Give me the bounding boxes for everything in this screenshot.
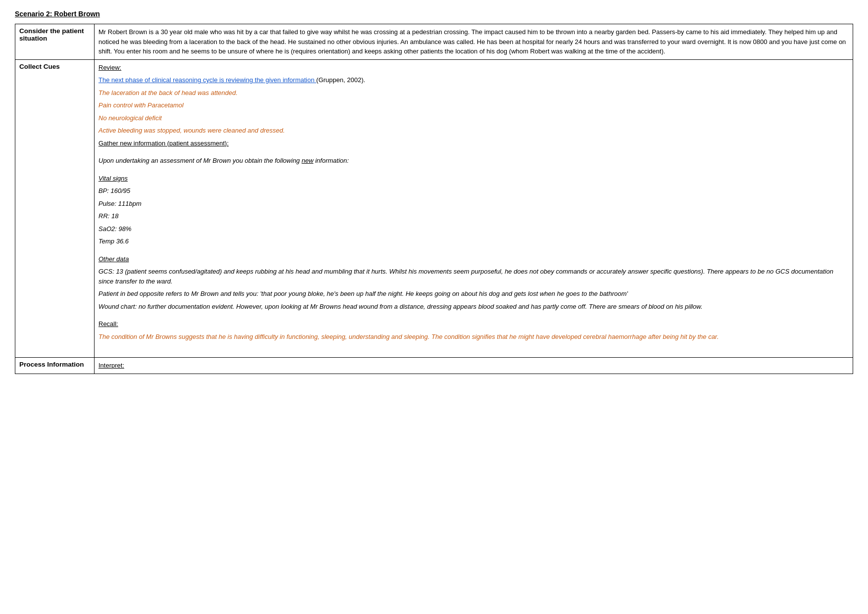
vital-signs-label: Vital signs xyxy=(98,175,128,182)
label-collect-cues: Collect Cues xyxy=(15,59,95,358)
content-process: Interpret: xyxy=(95,358,853,374)
review-item-1: The laceration at the back of head was a… xyxy=(98,88,849,98)
review-heading: Review: xyxy=(98,63,849,73)
vital-rr: RR: 18 xyxy=(98,211,849,221)
recall-label: Recall: xyxy=(98,320,118,328)
review-label: Review: xyxy=(98,64,121,71)
collect-cues-label: Collect Cues xyxy=(19,63,60,70)
review-item-3: No neurological deficit xyxy=(98,113,849,123)
gather-label: Gather new information (patient assessme… xyxy=(98,140,229,147)
table-row-consider: Consider the patient situation Mr Robert… xyxy=(15,24,853,60)
review-link-suffix: (Gruppen, 2002). xyxy=(316,76,365,84)
recall-heading: Recall: xyxy=(98,319,849,329)
review-link-line: The next phase of clinical reasoning cyc… xyxy=(98,75,849,85)
gather-heading: Gather new information (patient assessme… xyxy=(98,139,849,148)
review-item-4: Active bleeding was stopped, wounds were… xyxy=(98,126,849,136)
vital-pulse: Pulse: 111bpm xyxy=(98,199,849,209)
consider-label: Consider the patient situation xyxy=(19,27,84,42)
gather-intro-rest: information: xyxy=(313,157,349,164)
other-data-heading: Other data xyxy=(98,254,849,264)
main-table: Consider the patient situation Mr Robert… xyxy=(15,24,853,374)
gather-intro-text: Upon undertaking an assessment of Mr Bro… xyxy=(98,157,301,164)
other-data-2: Patient in bed opposite refers to Mr Bro… xyxy=(98,289,849,299)
other-data-1: GCS: 13 (patient seems confused/agitated… xyxy=(98,267,849,286)
vital-sao2: SaO2: 98% xyxy=(98,224,849,234)
process-label: Process Information xyxy=(19,361,84,368)
label-process: Process Information xyxy=(15,358,95,374)
other-data-3: Wound chart: no further documentation ev… xyxy=(98,302,849,312)
content-collect-cues: Review: The next phase of clinical reaso… xyxy=(95,59,853,358)
label-consider: Consider the patient situation xyxy=(15,24,95,60)
recall-text: The condition of Mr Browns suggests that… xyxy=(98,332,849,342)
review-item-2: Pain control with Paracetamol xyxy=(98,100,849,110)
consider-text: Mr Robert Brown is a 30 year old male wh… xyxy=(98,28,846,55)
table-row-process: Process Information Interpret: xyxy=(15,358,853,374)
table-row-collect-cues: Collect Cues Review: The next phase of c… xyxy=(15,59,853,358)
content-consider: Mr Robert Brown is a 30 year old male wh… xyxy=(95,24,853,60)
vital-signs-heading: Vital signs xyxy=(98,174,849,184)
other-data-label: Other data xyxy=(98,255,129,263)
vital-temp: Temp 36.6 xyxy=(98,236,849,246)
review-link-text: The next phase of clinical reasoning cyc… xyxy=(98,76,316,84)
gather-intro-new: new xyxy=(301,157,313,164)
gather-intro: Upon undertaking an assessment of Mr Bro… xyxy=(98,156,849,166)
interpret-label: Interpret: xyxy=(98,362,124,369)
scenario-title: Scenario 2: Robert Brown xyxy=(15,10,853,18)
vital-bp: BP: 160/95 xyxy=(98,186,849,196)
